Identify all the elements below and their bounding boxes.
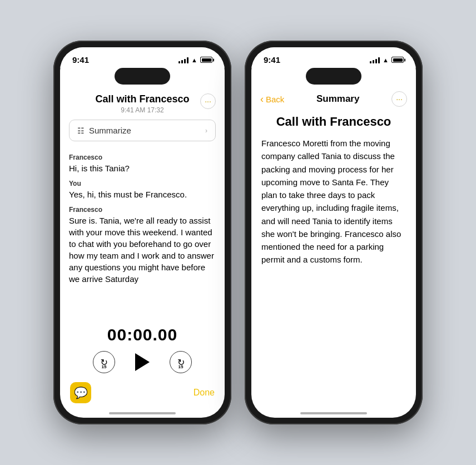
transcript-text-1: Hi, is this Tania?: [69, 162, 216, 174]
chat-icon: 💬: [74, 386, 88, 399]
phone-1-screen: 9:41 ▲ C: [60, 47, 225, 418]
phones-container: 9:41 ▲ C: [53, 41, 423, 424]
summary-content: Call with Francesco Francesco Moretti fr…: [251, 112, 416, 412]
status-time-1: 9:41: [72, 55, 89, 65]
summarize-button[interactable]: ☷ Summarize ›: [69, 120, 216, 141]
status-bar-2: 9:41 ▲: [251, 47, 416, 68]
speaker-3: Francesco: [69, 206, 216, 214]
skip-back-button[interactable]: ↺ 15: [93, 351, 115, 373]
skip-forward-label: 15: [178, 364, 184, 369]
battery-icon: [200, 57, 212, 63]
summarize-chevron-icon: ›: [205, 127, 207, 135]
back-button[interactable]: ‹ Back: [260, 93, 284, 105]
call-header: Call with Francesco 9:41 AM 17:32 ···: [60, 89, 225, 120]
transcript-text-2: Yes, hi, this must be Francesco.: [69, 189, 216, 200]
status-icons-2: ▲: [370, 57, 404, 63]
phone1-content: Call with Francesco 9:41 AM 17:32 ··· ☷ …: [60, 89, 225, 412]
skip-forward-button[interactable]: ↻ 15: [170, 351, 192, 373]
summarize-icon: ☷: [77, 126, 85, 135]
speaker-2: You: [69, 180, 216, 187]
summary-nav: ‹ Back Summary ···: [251, 89, 416, 112]
timer-display: 00:00.00: [107, 325, 177, 344]
signal-icon: [178, 57, 189, 63]
summarize-label: Summarize: [89, 126, 131, 135]
summary-text: Francesco Moretti from the moving compan…: [261, 137, 406, 266]
signal-icon-2: [370, 57, 380, 63]
status-time-2: 9:41: [264, 55, 280, 65]
status-icons-1: ▲: [178, 57, 212, 63]
done-button[interactable]: Done: [194, 388, 215, 398]
back-chevron-icon: ‹: [260, 93, 264, 105]
phone-2-screen: 9:41 ▲: [251, 47, 416, 418]
chat-bubble-icon[interactable]: 💬: [70, 382, 91, 403]
battery-icon-2: [391, 57, 404, 63]
back-label: Back: [266, 95, 284, 104]
transcript-area: Francesco Hi, is this Tania? You Yes, hi…: [60, 148, 225, 319]
status-bar-1: 9:41 ▲: [60, 47, 225, 68]
home-indicator-2: [300, 412, 367, 414]
phone-1: 9:41 ▲ C: [53, 41, 231, 424]
skip-back-label: 15: [102, 364, 107, 369]
summary-nav-title: Summary: [316, 93, 359, 105]
summary-title: Call with Francesco: [261, 115, 406, 129]
playback-controls: ↺ 15 ↻ 15: [93, 351, 192, 373]
transcript-text-3: Sure is. Tania, we're all ready to assis…: [69, 215, 216, 285]
home-indicator-1: [109, 412, 176, 414]
call-subtitle: 9:41 AM 17:32: [69, 106, 216, 114]
speaker-1: Francesco: [69, 154, 216, 161]
wifi-icon-2: ▲: [383, 57, 389, 63]
phone-2: 9:41 ▲: [245, 41, 423, 424]
dynamic-island-2: [306, 68, 361, 85]
phone2-content: ‹ Back Summary ··· Call with Francesco F…: [251, 89, 416, 412]
wifi-icon: ▲: [191, 57, 197, 63]
more-options-button-2[interactable]: ···: [391, 91, 407, 107]
phone1-footer: 💬 Done: [60, 378, 225, 412]
call-title: Call with Francesco: [69, 93, 216, 105]
play-button[interactable]: [135, 353, 150, 371]
more-options-button-1[interactable]: ···: [200, 93, 216, 109]
dynamic-island-1: [115, 68, 170, 85]
playback-section: 00:00.00 ↺ 15 ↻ 15: [60, 319, 225, 378]
